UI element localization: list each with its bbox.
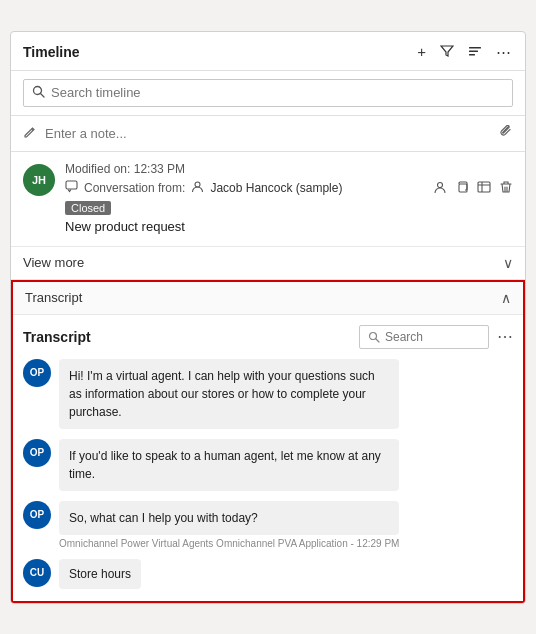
note-input[interactable] — [45, 126, 491, 141]
attach-icon[interactable] — [499, 125, 513, 142]
transcript-toolbar: Transcript ⋯ — [23, 325, 513, 349]
msg-bubble-3: So, what can I help you with today? — [59, 501, 399, 535]
conversation-icon — [65, 180, 78, 196]
more-icon[interactable]: ⋯ — [494, 42, 513, 61]
edit-icon — [23, 125, 37, 142]
svg-point-7 — [438, 182, 443, 187]
transcript-section-label: Transcript — [25, 290, 82, 305]
message-row: OP Hi! I'm a virtual agent. I can help w… — [23, 359, 513, 429]
last-message-row: CU Store hours — [23, 559, 513, 589]
messages-area: OP Hi! I'm a virtual agent. I can help w… — [23, 359, 513, 601]
transcript-search-icon — [368, 331, 380, 343]
svg-rect-1 — [469, 50, 478, 52]
link-action-icon[interactable] — [477, 180, 491, 197]
filter-icon[interactable] — [438, 42, 456, 62]
entry-subject: New product request — [65, 219, 513, 234]
svg-rect-2 — [469, 54, 475, 56]
msg-content-1: Hi! I'm a virtual agent. I can help with… — [59, 359, 399, 429]
main-panel: Timeline + ⋯ — [10, 31, 526, 604]
timeline-entry: JH Modified on: 12:33 PM Conversation fr… — [11, 152, 525, 247]
sort-icon[interactable] — [466, 42, 484, 62]
action-icons — [433, 180, 513, 197]
user-action-icon[interactable] — [433, 180, 447, 197]
op-avatar-2: OP — [23, 439, 51, 467]
message-row: OP So, what can I help you with today? O… — [23, 501, 513, 549]
search-input[interactable] — [51, 85, 504, 100]
svg-line-13 — [376, 338, 380, 342]
transcript-inner: Transcript ⋯ OP — [13, 315, 523, 601]
transcript-title: Transcript — [23, 329, 91, 345]
search-input-wrap — [23, 79, 513, 107]
person-icon — [191, 180, 204, 196]
msg-bubble-1: Hi! I'm a virtual agent. I can help with… — [59, 359, 399, 429]
op-avatar-3: OP — [23, 501, 51, 529]
msg-content-2: If you'd like to speak to a human agent,… — [59, 439, 399, 491]
add-icon[interactable]: + — [415, 42, 428, 61]
view-more[interactable]: View more ∨ — [11, 247, 525, 280]
conversation-row: Conversation from: Jacob Hancock (sample… — [65, 180, 513, 197]
transcript-section-header: Transcript ∧ — [13, 282, 523, 315]
cu-avatar: CU — [23, 559, 51, 587]
status-badge: Closed — [65, 201, 111, 215]
panel-title: Timeline — [23, 44, 80, 60]
search-bar — [11, 71, 525, 116]
transcript-section: Transcript ∧ Transcript ⋯ — [11, 280, 525, 603]
msg-content-3: So, what can I help you with today? Omni… — [59, 501, 399, 549]
note-bar — [11, 116, 525, 152]
view-more-label: View more — [23, 255, 84, 270]
copy-action-icon[interactable] — [455, 180, 469, 197]
svg-point-6 — [195, 182, 200, 187]
entry-content: Modified on: 12:33 PM Conversation from:… — [65, 162, 513, 236]
message-row: OP If you'd like to speak to a human age… — [23, 439, 513, 491]
header-icons: + ⋯ — [415, 42, 513, 62]
svg-rect-5 — [66, 181, 77, 189]
svg-line-4 — [41, 93, 45, 97]
transcript-more-icon[interactable]: ⋯ — [497, 327, 513, 346]
chevron-up-icon[interactable]: ∧ — [501, 290, 511, 306]
msg-meta-3: Omnichannel Power Virtual Agents Omnicha… — [59, 538, 399, 549]
from-name: Jacob Hancock (sample) — [210, 181, 342, 195]
svg-rect-0 — [469, 47, 481, 49]
avatar: JH — [23, 164, 55, 196]
panel-header: Timeline + ⋯ — [11, 32, 525, 71]
svg-rect-8 — [459, 184, 467, 192]
chevron-down-icon: ∨ — [503, 255, 513, 271]
op-avatar-1: OP — [23, 359, 51, 387]
delete-action-icon[interactable] — [499, 180, 513, 197]
msg-bubble-2: If you'd like to speak to a human agent,… — [59, 439, 399, 491]
search-icon — [32, 85, 45, 101]
transcript-search-box — [359, 325, 489, 349]
transcript-search-wrap: ⋯ — [359, 325, 513, 349]
from-label: Conversation from: — [84, 181, 185, 195]
transcript-search-input[interactable] — [385, 330, 465, 344]
last-message-bubble: Store hours — [59, 559, 141, 589]
svg-rect-9 — [478, 182, 490, 192]
modified-text: Modified on: 12:33 PM — [65, 162, 513, 176]
